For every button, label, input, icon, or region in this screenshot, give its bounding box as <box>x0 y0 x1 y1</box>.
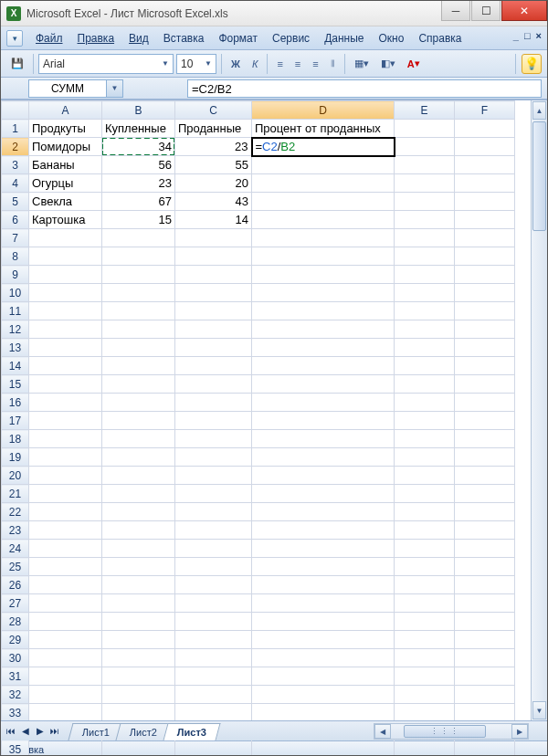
cell-D32[interactable] <box>252 686 395 704</box>
cell-C35[interactable] <box>175 740 252 757</box>
cell-A9[interactable] <box>29 266 102 284</box>
cell-A23[interactable] <box>29 521 102 540</box>
row-header-5[interactable]: 5 <box>2 193 29 211</box>
cell-B5[interactable]: 67 <box>102 193 175 211</box>
column-header-D[interactable]: D <box>252 101 395 120</box>
cell-E5[interactable] <box>395 193 455 211</box>
row-header-21[interactable]: 21 <box>2 485 29 503</box>
row-header-2[interactable]: 2 <box>2 138 29 156</box>
cell-B32[interactable] <box>102 686 175 704</box>
menu-view[interactable]: Вид <box>121 32 156 45</box>
doc-close-button[interactable]: × <box>536 30 542 41</box>
cell-A30[interactable] <box>29 649 102 667</box>
cell-E16[interactable] <box>395 394 455 412</box>
cell-C7[interactable] <box>175 229 252 247</box>
spreadsheet-grid[interactable]: ABCDEF1ПродкутыКупленныеПроданныеПроцент… <box>1 100 547 720</box>
row-header-3[interactable]: 3 <box>2 156 29 174</box>
cell-E31[interactable] <box>395 667 455 686</box>
cell-C26[interactable] <box>175 576 252 594</box>
cell-F17[interactable] <box>455 412 515 430</box>
row-header-30[interactable]: 30 <box>2 649 29 667</box>
cell-B17[interactable] <box>102 412 175 430</box>
cell-A25[interactable] <box>29 558 102 576</box>
font-selector[interactable]: Arial ▼ <box>38 54 174 74</box>
name-box-dropdown-icon[interactable]: ▼ <box>107 79 123 98</box>
cell-A6[interactable]: Картошка <box>29 211 102 229</box>
cell-A13[interactable] <box>29 339 102 357</box>
cell-D4[interactable] <box>252 174 395 193</box>
cell-B18[interactable] <box>102 430 175 448</box>
cell-B10[interactable] <box>102 284 175 302</box>
cell-F22[interactable] <box>455 503 515 521</box>
cell-C16[interactable] <box>175 394 252 412</box>
tab-nav-next-icon[interactable]: ▶ <box>34 724 47 739</box>
align-center-button[interactable]: ≡ <box>290 54 305 74</box>
cell-A1[interactable]: Продкуты <box>29 120 102 138</box>
cell-F18[interactable] <box>455 430 515 448</box>
cell-D16[interactable] <box>252 394 395 412</box>
font-size-selector[interactable]: 10 ▼ <box>176 54 216 74</box>
menu-edit[interactable]: Правка <box>70 32 122 45</box>
cell-D2[interactable]: =C2/B2 <box>252 138 395 156</box>
cell-E3[interactable] <box>395 156 455 174</box>
sheet-tab-3[interactable]: Лист3 <box>163 723 221 740</box>
menu-insert[interactable]: Вставка <box>156 32 212 45</box>
cell-B15[interactable] <box>102 375 175 394</box>
cell-A24[interactable] <box>29 540 102 558</box>
cell-C6[interactable]: 14 <box>175 211 252 229</box>
cell-C29[interactable] <box>175 631 252 649</box>
cell-E17[interactable] <box>395 412 455 430</box>
cell-D1[interactable]: Процент от проданных <box>252 120 395 138</box>
cell-E25[interactable] <box>395 558 455 576</box>
cell-D19[interactable] <box>252 448 395 467</box>
cell-F19[interactable] <box>455 448 515 467</box>
cell-D25[interactable] <box>252 558 395 576</box>
cell-B21[interactable] <box>102 485 175 503</box>
column-header-B[interactable]: B <box>102 101 175 120</box>
scroll-left-icon[interactable]: ◀ <box>374 724 391 739</box>
cell-C18[interactable] <box>175 430 252 448</box>
scroll-up-icon[interactable]: ▲ <box>532 101 546 120</box>
cell-D24[interactable] <box>252 540 395 558</box>
cell-E21[interactable] <box>395 485 455 503</box>
formula-input[interactable]: =C2/B2 <box>187 79 542 98</box>
cell-A17[interactable] <box>29 412 102 430</box>
cell-B24[interactable] <box>102 540 175 558</box>
cell-D22[interactable] <box>252 503 395 521</box>
cell-E33[interactable] <box>395 704 455 722</box>
row-header-20[interactable]: 20 <box>2 467 29 485</box>
scroll-right-icon[interactable]: ▶ <box>511 724 528 739</box>
cell-C22[interactable] <box>175 503 252 521</box>
cell-B9[interactable] <box>102 266 175 284</box>
row-header-13[interactable]: 13 <box>2 339 29 357</box>
cell-E35[interactable] <box>395 740 455 757</box>
cell-D3[interactable] <box>252 156 395 174</box>
select-all-corner[interactable] <box>2 101 29 120</box>
cell-D18[interactable] <box>252 430 395 448</box>
cell-A3[interactable]: Бананы <box>29 156 102 174</box>
column-header-F[interactable]: F <box>455 101 515 120</box>
cell-A15[interactable] <box>29 375 102 394</box>
row-header-23[interactable]: 23 <box>2 521 29 540</box>
vertical-scrollbar[interactable]: ▲ ▼ <box>531 100 547 720</box>
cell-D6[interactable] <box>252 211 395 229</box>
cell-B35[interactable] <box>102 740 175 757</box>
cell-D23[interactable] <box>252 521 395 540</box>
cell-B23[interactable] <box>102 521 175 540</box>
cell-C31[interactable] <box>175 667 252 686</box>
row-header-24[interactable]: 24 <box>2 540 29 558</box>
doc-minimize-button[interactable]: _ <box>513 30 519 41</box>
cell-B30[interactable] <box>102 649 175 667</box>
cell-B1[interactable]: Купленные <box>102 120 175 138</box>
cell-F31[interactable] <box>455 667 515 686</box>
cell-D35[interactable] <box>252 740 395 757</box>
menu-window[interactable]: Окно <box>371 32 411 45</box>
cell-A18[interactable] <box>29 430 102 448</box>
cell-C25[interactable] <box>175 558 252 576</box>
row-header-27[interactable]: 27 <box>2 594 29 613</box>
row-header-17[interactable]: 17 <box>2 412 29 430</box>
cell-D5[interactable] <box>252 193 395 211</box>
cell-D7[interactable] <box>252 229 395 247</box>
row-header-15[interactable]: 15 <box>2 375 29 394</box>
cell-A2[interactable]: Помидоры <box>29 138 102 156</box>
